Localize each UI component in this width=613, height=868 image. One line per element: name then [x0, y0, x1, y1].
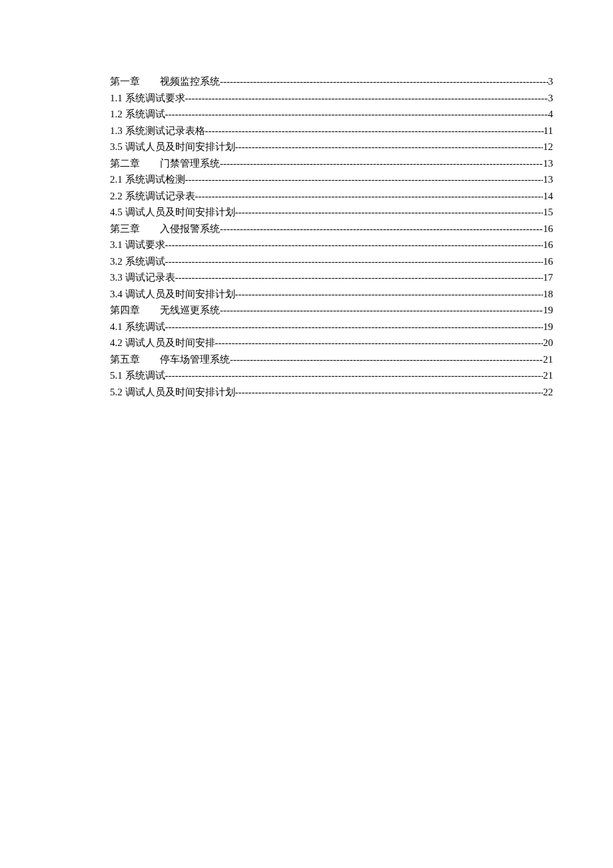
toc-label: 1.3 系统测试记录表格	[110, 123, 205, 139]
toc-entry: 3.3 调试记录表17	[110, 269, 553, 286]
toc-title: 无线巡更系统	[160, 305, 220, 315]
toc-leader-dots	[220, 73, 548, 90]
toc-page-number: 4	[548, 106, 554, 123]
toc-page-number: 15	[543, 204, 553, 221]
toc-page-number: 19	[543, 319, 553, 335]
toc-label: 第一章视频监控系统	[110, 73, 220, 90]
toc-entry: 第五章停车场管理系统 21	[110, 351, 553, 368]
toc-leader-dots	[235, 384, 544, 401]
toc-leader-dots	[185, 171, 544, 188]
toc-entry: 3.5 调试人员及时间安排计划 12	[110, 139, 553, 155]
toc-entry: 1.3 系统测试记录表格11	[110, 123, 553, 139]
toc-page-number: 13	[543, 171, 553, 188]
toc-label: 3.5 调试人员及时间安排计划	[110, 139, 235, 155]
toc-leader-dots	[165, 253, 544, 270]
toc-page-number: 16	[543, 237, 553, 253]
toc-leader-dots	[185, 90, 548, 107]
toc-entry: 4.2 调试人员及时间安排20	[110, 335, 553, 351]
toc-title: 视频监控系统	[160, 76, 220, 87]
toc-entry: 4.1 系统调试19	[110, 319, 553, 335]
toc-label: 1.1 系统调试要求	[110, 90, 185, 107]
toc-entry: 4.5 调试人员及时间安排计划 15	[110, 204, 553, 221]
toc-entry: 5.2 调试人员及时间安排计划 22	[110, 384, 553, 401]
toc-entry: 3.1 调试要求16	[110, 237, 553, 253]
toc-page-number: 17	[543, 269, 553, 286]
toc-entry: 1.2 系统调试 4	[110, 106, 553, 123]
toc-leader-dots	[230, 351, 543, 368]
toc-leader-dots	[235, 286, 544, 303]
toc-leader-dots	[165, 106, 548, 123]
toc-entry: 2.1 系统调试检测13	[110, 171, 553, 188]
toc-leader-dots	[235, 204, 544, 221]
toc-entry: 第三章入侵报警系统 16	[110, 221, 553, 237]
toc-entry: 2.2 系统调试记录表14	[110, 188, 553, 205]
toc-label: 1.2 系统调试	[110, 106, 165, 123]
toc-leader-dots	[165, 319, 544, 335]
toc-entry: 第四章无线巡更系统 19	[110, 302, 553, 319]
toc-page-number: 12	[543, 139, 553, 155]
toc-entry: 3.4 调试人员及时间安排计划 18	[110, 286, 553, 303]
toc-leader-dots	[175, 269, 544, 286]
toc-leader-dots	[235, 139, 544, 155]
toc-label: 4.1 系统调试	[110, 319, 165, 335]
toc-label: 5.1 系统调试	[110, 367, 165, 384]
table-of-contents: 第一章视频监控系统31.1 系统调试要求 31.2 系统调试 41.3 系统测试…	[110, 73, 553, 400]
toc-leader-dots	[165, 367, 544, 384]
toc-label: 第二章门禁管理系统	[110, 155, 220, 172]
toc-page-number: 3	[548, 90, 554, 107]
toc-page-number: 16	[543, 221, 553, 237]
toc-label: 3.2 系统调试	[110, 253, 165, 270]
toc-leader-dots	[220, 155, 543, 172]
toc-leader-dots	[195, 188, 544, 205]
toc-label: 3.4 调试人员及时间安排计划	[110, 286, 235, 303]
toc-page-number: 14	[543, 188, 553, 205]
toc-leader-dots	[165, 237, 544, 253]
toc-page-number: 3	[548, 73, 554, 90]
toc-label: 4.5 调试人员及时间安排计划	[110, 204, 235, 221]
toc-page-number: 21	[543, 351, 553, 368]
toc-label: 4.2 调试人员及时间安排	[110, 335, 215, 351]
toc-label: 第五章停车场管理系统	[110, 351, 230, 368]
toc-page-number: 18	[543, 286, 553, 303]
toc-label: 第四章无线巡更系统	[110, 302, 220, 319]
toc-entry: 1.1 系统调试要求 3	[110, 90, 553, 107]
toc-title: 门禁管理系统	[160, 158, 220, 169]
toc-leader-dots	[215, 335, 544, 351]
toc-page-number: 11	[544, 123, 553, 139]
toc-entry: 5.1 系统调试21	[110, 367, 553, 384]
toc-leader-dots	[220, 302, 543, 319]
toc-page-number: 19	[543, 302, 553, 319]
toc-title: 入侵报警系统	[160, 223, 220, 234]
toc-label: 5.2 调试人员及时间安排计划	[110, 384, 235, 401]
toc-label: 2.2 系统调试记录表	[110, 188, 195, 205]
toc-label: 3.1 调试要求	[110, 237, 165, 253]
toc-page-number: 21	[543, 367, 553, 384]
toc-page-number: 20	[543, 335, 553, 351]
toc-label: 3.3 调试记录表	[110, 269, 175, 286]
toc-page-number: 13	[543, 155, 553, 172]
toc-title: 停车场管理系统	[160, 354, 230, 365]
toc-page-number: 22	[543, 384, 553, 401]
toc-label: 2.1 系统调试检测	[110, 171, 185, 188]
toc-page-number: 16	[543, 253, 553, 270]
toc-entry: 第二章门禁管理系统 13	[110, 155, 553, 172]
toc-label: 第三章入侵报警系统	[110, 221, 220, 237]
toc-leader-dots	[220, 221, 543, 237]
toc-entry: 3.2 系统调试16	[110, 253, 553, 270]
toc-entry: 第一章视频监控系统3	[110, 73, 553, 90]
toc-leader-dots	[205, 123, 544, 139]
